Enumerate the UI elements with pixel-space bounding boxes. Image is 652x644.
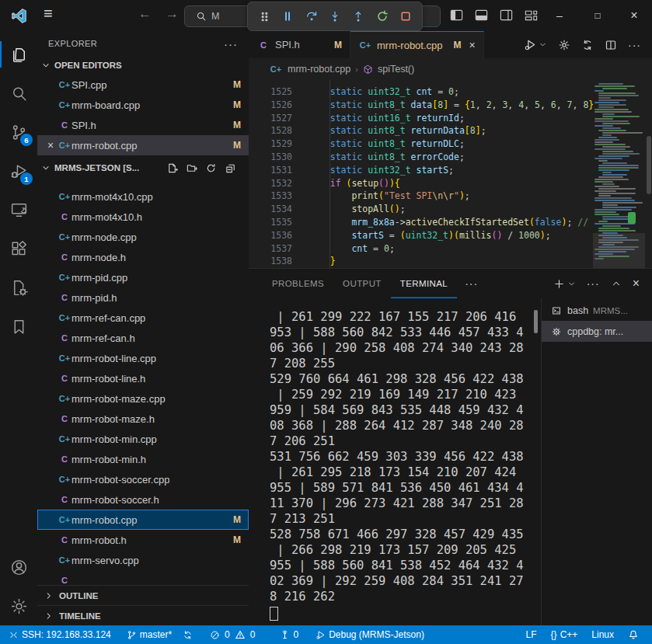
customize-layout-icon[interactable] [524, 8, 539, 23]
new-file-icon[interactable] [166, 162, 178, 174]
file-type-icon: C [58, 293, 71, 302]
close-icon[interactable]: × [44, 139, 58, 151]
tree-item[interactable]: C+mrm-servo.cpp [37, 550, 249, 570]
tree-item[interactable]: Cmrm-robot-line.h [37, 368, 249, 388]
open-editor-item[interactable]: C+SPI.cppM [37, 75, 249, 95]
timeline-section[interactable]: TIMELINE [37, 605, 249, 625]
breadcrumb[interactable]: C+ mrm-robot.cpp › spiTest() [249, 58, 652, 80]
tree-item[interactable]: C+mrm-mot4x10.cpp [37, 186, 249, 207]
tree-item[interactable]: C+mrm-node.cpp [37, 227, 249, 247]
refresh-icon[interactable] [205, 162, 217, 174]
tree-item[interactable]: Cmrm-ref-can.h [37, 328, 249, 348]
step-over-button[interactable] [302, 7, 321, 26]
collapse-all-icon[interactable] [225, 162, 236, 174]
hamburger-menu-icon[interactable]: ≡ [44, 5, 53, 23]
panel-tab-problems[interactable]: PROBLEMS [263, 269, 333, 298]
nav-forward-icon[interactable]: → [166, 6, 179, 22]
toggle-secondary-sidebar-icon[interactable] [499, 8, 514, 23]
code-line: 1526 static uint8_t data[8] = {1, 2, 3, … [249, 99, 652, 112]
editor-tab[interactable]: C+mrm-robot.cppM× [350, 31, 484, 58]
tree-item[interactable]: Cmrm-robot.hM [37, 530, 249, 550]
search-sidebar-icon[interactable] [0, 74, 37, 113]
explorer-more-actions-icon[interactable]: ··· [224, 37, 238, 50]
accounts-icon[interactable] [0, 548, 37, 587]
explorer-icon[interactable] [0, 35, 37, 74]
minimize-button[interactable]: – [542, 0, 577, 30]
stop-button[interactable] [396, 7, 415, 26]
settings-gear-small-icon[interactable] [558, 39, 570, 51]
editor-tab[interactable]: CSPI.hM [249, 31, 350, 58]
minimap[interactable] [593, 80, 645, 268]
debug-status-item[interactable]: Debug (MRMS-Jetson) [310, 625, 430, 644]
tree-item[interactable]: Cmrm-robot-maze.h [37, 409, 249, 429]
tree-item[interactable]: Cmrm-node.h [37, 247, 249, 267]
panel-tab-output[interactable]: OUTPUT [333, 269, 391, 298]
tree-item[interactable]: C+mrm-ref-can.cpp [37, 308, 249, 328]
outline-section[interactable]: OUTLINE [37, 585, 249, 605]
maximize-panel-icon[interactable] [611, 278, 622, 289]
tree-item[interactable]: C+mrm-robot-maze.cpp [37, 388, 249, 409]
bookmarks-icon[interactable] [0, 307, 37, 346]
settings-gear-icon[interactable] [0, 587, 37, 625]
tree-item[interactable]: Cmrm-robot-soccer.h [37, 489, 249, 510]
run-or-debug-icon[interactable] [524, 38, 547, 51]
open-editor-item[interactable]: ×C+mrm-robot.cppM [37, 135, 249, 155]
close-panel-icon[interactable]: × [633, 277, 640, 291]
editor-scrollbar[interactable] [647, 136, 651, 194]
open-editor-item[interactable]: C+mrm-board.cppM [37, 95, 249, 115]
os-indicator[interactable]: Linux [584, 629, 621, 640]
eol-indicator[interactable]: LF [519, 629, 544, 640]
close-icon[interactable]: × [469, 39, 476, 51]
tree-item[interactable]: C+mrm-robot-min.cpp [37, 429, 249, 449]
panel-tab-terminal[interactable]: TERMINAL [391, 269, 457, 298]
toggle-panel-icon[interactable] [474, 8, 489, 23]
pause-button[interactable] [278, 7, 297, 26]
tree-item[interactable]: Cmrm-mot4x10.h [37, 207, 249, 227]
ports-item[interactable]: 0 [274, 625, 304, 644]
open-changes-icon[interactable] [581, 39, 594, 51]
git-branch-item[interactable]: master* [121, 625, 177, 644]
terminal-output[interactable]: | 261 299 222 167 155 217 206 416953 | 5… [270, 309, 535, 625]
drag-grip-icon[interactable] [255, 7, 274, 26]
code-editor[interactable]: 1525 static uint32_t cnt = 0;1526 static… [249, 80, 652, 268]
terminal-list-item[interactable]: cppdbg: mr... [542, 321, 652, 342]
nav-back-icon[interactable]: ← [138, 6, 152, 22]
restart-button[interactable] [373, 7, 392, 26]
terminal-list-item[interactable]: bashMRMS... [542, 300, 652, 321]
run-and-debug-icon[interactable]: 1 [0, 151, 37, 190]
source-control-icon[interactable]: 6 [0, 113, 37, 151]
tree-item[interactable]: Cmrm-robot-min.h [37, 449, 249, 469]
step-out-button[interactable] [349, 7, 368, 26]
breadcrumb-symbol[interactable]: spiTest() [378, 64, 414, 75]
folder-section-header[interactable]: MRMS-JETSON [S... [37, 158, 249, 177]
terminal-scrollbar[interactable] [534, 310, 538, 333]
cpp-tools-icon[interactable] [0, 268, 37, 307]
notifications-bell-icon[interactable] [621, 629, 646, 640]
open-editors-header[interactable]: OPEN EDITORS [37, 56, 249, 75]
split-editor-icon[interactable] [605, 39, 617, 51]
tree-item[interactable]: C+mrm-robot-soccer.cpp [37, 469, 249, 489]
extensions-icon[interactable] [0, 229, 37, 268]
sync-changes-icon[interactable] [177, 625, 198, 644]
breadcrumb-file[interactable]: mrm-robot.cpp [288, 64, 350, 75]
panel-more-tabs-icon[interactable]: ··· [457, 269, 486, 298]
new-folder-icon[interactable] [186, 162, 197, 174]
problems-item[interactable]: 0 0 [204, 625, 260, 644]
tree-item[interactable]: C+mrm-pid.cpp [37, 267, 249, 287]
remote-indicator[interactable]: SSH: 192.168.33.124 [3, 625, 117, 644]
step-into-button[interactable] [326, 7, 344, 26]
tree-item[interactable]: C+mrm-robot.cppM [37, 510, 249, 530]
new-terminal-icon[interactable] [553, 278, 576, 290]
remote-explorer-icon[interactable] [0, 190, 37, 229]
editor-more-actions-icon[interactable]: ··· [628, 39, 641, 51]
close-window-button[interactable]: × [616, 0, 652, 30]
panel-more-actions-icon[interactable]: ··· [587, 277, 600, 290]
toggle-sidebar-icon[interactable] [449, 8, 464, 23]
open-editor-item[interactable]: CSPI.hM [37, 115, 249, 135]
tree-item[interactable]: Cmrm-pid.h [37, 287, 249, 308]
code-text: static uint8_t errorCode; [309, 151, 465, 164]
language-mode[interactable]: {} C++ [544, 629, 585, 640]
tree-item[interactable]: C+mrm-robot-line.cpp [37, 348, 249, 368]
maximize-button[interactable]: □ [580, 0, 615, 30]
title-bar: ≡ ← → M ] [0, 0, 652, 32]
